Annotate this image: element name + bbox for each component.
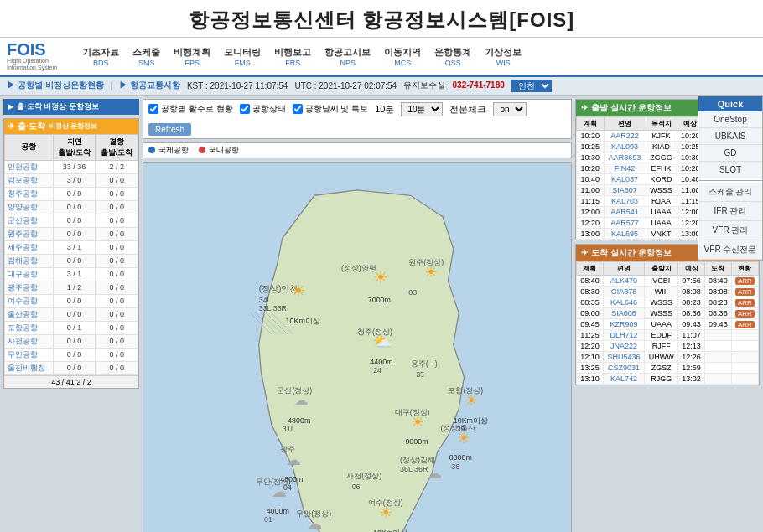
quick-btn-IFR-관리[interactable]: IFR 관리 bbox=[698, 202, 762, 221]
airport-name[interactable]: 울진비행장 bbox=[5, 361, 54, 374]
svg-text:☀: ☀ bbox=[373, 268, 388, 287]
airport-name[interactable]: 김포공항 bbox=[5, 173, 54, 187]
quick-btn-SLOT[interactable]: SLOT bbox=[698, 162, 762, 178]
cancel-value: 0 / 0 bbox=[96, 254, 138, 267]
dep-flight[interactable]: KAL037 bbox=[604, 173, 646, 184]
arr-scheduled: 07:56 bbox=[678, 275, 705, 286]
quick-btn-UBKAIS[interactable]: UBKAIS bbox=[698, 128, 762, 145]
checkbox-status[interactable]: 공항상태 bbox=[240, 103, 286, 115]
svg-text:36L 36R: 36L 36R bbox=[400, 465, 428, 473]
table-row: 광주공항 1 / 2 0 / 0 bbox=[5, 281, 138, 294]
nav-main-label: 스케줄 bbox=[132, 46, 160, 59]
airport-name[interactable]: 군산공항 bbox=[5, 214, 54, 227]
svg-text:8000m: 8000m bbox=[449, 453, 472, 462]
nav-item-frs[interactable]: 비행보고FRS bbox=[274, 46, 311, 67]
dep-flight[interactable]: AAR577 bbox=[604, 217, 646, 228]
nav-item-sms[interactable]: 스케줄SMS bbox=[132, 46, 160, 67]
dep-flight[interactable]: FIN42 bbox=[604, 163, 646, 173]
table-row: 대구공항 3 / 1 0 / 0 bbox=[5, 267, 138, 281]
arr-status: ARR bbox=[731, 297, 758, 307]
table-row: 13:25 CSZ9031 ZGSZ 12:59 bbox=[577, 362, 759, 373]
airport-name[interactable]: 무안공항 bbox=[5, 348, 54, 361]
dep-dest: RJAA bbox=[646, 195, 677, 206]
dep-flight[interactable]: SIA607 bbox=[604, 184, 646, 195]
quick-btn-VFR-수신전문[interactable]: VFR 수신전문 bbox=[698, 240, 762, 260]
nav-item-oss[interactable]: 운항통계OSS bbox=[434, 46, 471, 67]
nav-item-wis[interactable]: 기상정보WIS bbox=[485, 46, 522, 67]
nav-item-fps[interactable]: 비행계획FPS bbox=[174, 46, 210, 67]
arr-flight[interactable]: ALK470 bbox=[603, 275, 645, 286]
quick-btn-스케줄-관리[interactable]: 스케줄 관리 bbox=[698, 183, 762, 202]
arr-flight[interactable]: DLH712 bbox=[603, 329, 645, 340]
dep-flights-title: 출발 실시간 운항정보 bbox=[591, 102, 672, 114]
departure-panel: ✈ 출·도착 비정상 운항정보 공항 지연출발/도착 결항출발/도착 인천공항 … bbox=[3, 118, 139, 389]
dep-col-header: 계획 bbox=[577, 116, 605, 130]
airport-name[interactable]: 광주공항 bbox=[5, 281, 54, 294]
airport-name[interactable]: 여수공항 bbox=[5, 294, 54, 307]
airport-name[interactable]: 제주공항 bbox=[5, 240, 54, 254]
arr-status-badge: ARR bbox=[735, 299, 755, 307]
airport-name[interactable]: 울산공항 bbox=[5, 307, 54, 321]
arr-flight[interactable]: KAL742 bbox=[603, 373, 645, 384]
quick-btn-VFR-관리[interactable]: VFR 관리 bbox=[698, 221, 762, 240]
cancel-value: 0 / 0 bbox=[96, 240, 138, 254]
dep-flight[interactable]: KAL695 bbox=[604, 228, 646, 239]
arr-flight[interactable]: KZR909 bbox=[603, 318, 645, 329]
section2-label[interactable]: ▶ 항공교통사항 bbox=[119, 80, 180, 91]
section1-label[interactable]: ▶ 공항별 비정상운항현황 bbox=[7, 80, 104, 91]
dep-time: 10:20 bbox=[577, 163, 605, 173]
quick-btn-GD[interactable]: GD bbox=[698, 145, 762, 162]
arr-flight[interactable]: SIA608 bbox=[603, 307, 645, 318]
checkbox-weather[interactable]: 공항날씨 및 특보 bbox=[293, 103, 369, 115]
arr-flight[interactable]: GIA878 bbox=[603, 286, 645, 297]
airport-name[interactable]: 양양공항 bbox=[5, 200, 54, 214]
arr-origin: WSSS bbox=[645, 297, 678, 307]
nav-item-bds[interactable]: 기초자료BDS bbox=[82, 46, 119, 67]
arr-flight[interactable]: CSZ9031 bbox=[603, 362, 645, 373]
svg-text:01: 01 bbox=[264, 515, 272, 524]
quick-header: Quick bbox=[698, 96, 762, 111]
refresh-button[interactable]: Refresh bbox=[148, 123, 191, 136]
svg-text:03: 03 bbox=[408, 288, 417, 297]
dep-flight[interactable]: KAL703 bbox=[604, 195, 646, 206]
arr-time: 08:30 bbox=[577, 286, 604, 297]
airport-name[interactable]: 김해공항 bbox=[5, 254, 54, 267]
phone-info: 유지보수실 : 032-741-7180 bbox=[403, 80, 505, 91]
table-row: 인천공항 33 / 36 2 / 2 bbox=[5, 160, 138, 173]
svg-text:24: 24 bbox=[373, 366, 382, 374]
cancel-value: 0 / 0 bbox=[96, 334, 138, 348]
dep-flight[interactable]: AAR222 bbox=[604, 130, 646, 141]
dep-dest: UAAA bbox=[646, 217, 677, 228]
airport-name[interactable]: 인천공항 bbox=[5, 160, 54, 173]
airport-name[interactable]: 대구공항 bbox=[5, 267, 54, 281]
nav-item-mcs[interactable]: 이동지역MCS bbox=[384, 46, 421, 67]
arr-time: 12:20 bbox=[577, 340, 604, 351]
arr-status: ARR bbox=[731, 307, 758, 318]
arr-plane-icon: ✈ bbox=[581, 248, 588, 257]
airport-name[interactable]: 포항공항 bbox=[5, 321, 54, 334]
interval-select[interactable]: 5분 10분 15분 30분 bbox=[401, 102, 443, 116]
airport-name[interactable]: 청주공항 bbox=[5, 187, 54, 200]
quick-btn-OneStop[interactable]: OneStop bbox=[698, 111, 762, 128]
dep-flight[interactable]: AAR3693 bbox=[604, 152, 646, 163]
airport-name[interactable]: 원주공항 bbox=[5, 227, 54, 240]
arr-flight[interactable]: KAL646 bbox=[603, 297, 645, 307]
abnormal-header: 출·도착 비정상 운항정보 bbox=[3, 99, 139, 115]
svg-text:31L: 31L bbox=[283, 425, 295, 433]
airport-name[interactable]: 사천공항 bbox=[5, 334, 54, 348]
dep-flight[interactable]: KAL093 bbox=[604, 141, 646, 152]
arr-status: ARR bbox=[731, 318, 758, 329]
checkbox-runway[interactable]: 공항별 활주로 현황 bbox=[148, 103, 233, 115]
airport-select[interactable]: 인천 김포 제주 bbox=[511, 80, 552, 92]
arr-flight[interactable]: SHU5436 bbox=[603, 351, 645, 362]
svg-text:(정상)양평: (정상)양평 bbox=[341, 263, 376, 271]
dep-flight[interactable]: AAR541 bbox=[604, 206, 646, 217]
checklist-select[interactable]: on off bbox=[493, 102, 527, 116]
arr-col-header: 계획 bbox=[577, 261, 604, 275]
svg-text:36: 36 bbox=[451, 462, 459, 470]
arr-status-badge: ARR bbox=[735, 277, 755, 285]
svg-text:06: 06 bbox=[352, 483, 361, 491]
arr-flight[interactable]: JNA222 bbox=[603, 340, 645, 351]
nav-item-fms[interactable]: 모니터링FMS bbox=[224, 46, 261, 67]
nav-item-nps[interactable]: 항공고시보NPS bbox=[324, 46, 371, 67]
